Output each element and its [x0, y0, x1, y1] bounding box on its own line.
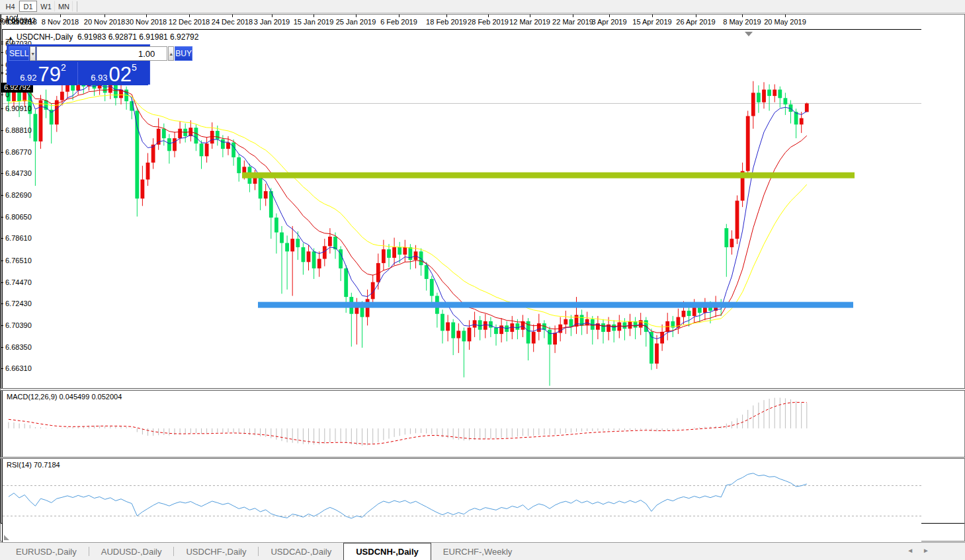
price-axis-label: 6.82690: [5, 191, 32, 199]
macd-label: MACD(12,26,9) 0.045499 0.052004: [7, 393, 122, 401]
date-axis-tick: [356, 15, 357, 17]
price-axis-tick: [1, 282, 3, 283]
price-axis-tick: [1, 260, 3, 261]
ma-line: [9, 95, 807, 327]
timeframe-button-d1[interactable]: D1: [19, 1, 37, 12]
date-axis-label: 22 Mar 2019: [552, 18, 593, 26]
price-axis-tick: [1, 217, 3, 218]
tab-scroll-left-icon[interactable]: ◄: [907, 547, 923, 554]
buy-price-prefix: 6.93: [91, 73, 107, 83]
price-axis-tick: [1, 303, 3, 304]
timeframe-button-mn[interactable]: MN: [55, 1, 73, 12]
price-axis-label: 6.70390: [5, 321, 32, 329]
price-axis-tick: [1, 152, 3, 153]
date-axis-label: 6 Feb 2019: [380, 18, 417, 26]
ma-line: [9, 85, 807, 339]
buy-price-pip-digit: 5: [132, 63, 137, 72]
date-axis-label: 12 Mar 2019: [509, 18, 550, 26]
timeframe-toolbar: H4D1W1MN: [0, 0, 965, 13]
date-axis-label: 28 Feb 2019: [468, 18, 509, 26]
horizontal-level-line: [258, 302, 853, 308]
date-axis-label: 15 Jan 2019: [294, 18, 334, 26]
price-axis-label: 6.74470: [5, 278, 32, 286]
rsi-line: [9, 473, 807, 518]
price-axis-tick: [1, 130, 3, 131]
date-axis-label: 25 Jan 2019: [336, 18, 376, 26]
date-axis-tick: [232, 15, 233, 17]
date-axis-label: 29 Oct 2018: [0, 18, 37, 26]
panel-resize-grip[interactable]: [4, 535, 9, 540]
date-axis-tick: [446, 15, 447, 17]
date-axis-label: 20 May 2019: [764, 18, 806, 26]
date-axis-label: 15 Apr 2019: [632, 18, 671, 26]
date-axis-tick: [105, 15, 105, 17]
volume-decrease-button[interactable]: ▼: [30, 46, 36, 61]
date-axis-label: 30 Nov 2018: [126, 18, 167, 26]
buy-button[interactable]: BUY: [175, 46, 192, 61]
price-axis-tick: [1, 65, 3, 65]
price-axis-tick: [1, 108, 3, 109]
date-axis-tick: [573, 15, 573, 17]
date-axis-tick: [399, 15, 399, 17]
date-axis-tick: [17, 15, 18, 17]
chart-shift-marker: [745, 32, 753, 36]
date-axis-label: 3 Jan 2019: [254, 18, 290, 26]
tab-audusd-daily[interactable]: AUDUSD-,Daily: [89, 543, 174, 560]
rsi-label: RSI(14) 70.7184: [7, 461, 60, 469]
price-axis-tick: [1, 368, 3, 369]
price-axis-label: 6.84730: [5, 169, 32, 177]
price-axis-tick: [1, 238, 3, 239]
chart-title: ▲USDCNH-,Daily 6.91983 6.92871 6.91981 6…: [8, 32, 198, 42]
date-axis-tick: [488, 15, 489, 17]
volume-input[interactable]: [36, 46, 167, 61]
tab-usdcnh-daily[interactable]: USDCNH-,Daily: [343, 543, 431, 560]
sell-button[interactable]: SELL: [9, 46, 29, 61]
tab-usdchf-daily[interactable]: USDCHF-,Daily: [174, 543, 258, 560]
date-axis-tick: [609, 15, 610, 17]
collapse-panel-icon[interactable]: ▲: [8, 35, 13, 41]
date-axis-label: 26 Apr 2019: [676, 18, 715, 26]
price-axis-label: 6.80650: [5, 213, 32, 221]
chart-ohlc-values: 6.91983 6.92871 6.91981 6.92792: [77, 32, 199, 42]
price-axis-label: 6.90910: [5, 104, 32, 112]
toolbar-separator: [77, 1, 77, 12]
date-axis-tick: [60, 15, 61, 17]
price-axis-label: 6.72430: [5, 300, 32, 307]
date-axis-tick: [314, 15, 314, 17]
tab-scroll-arrows[interactable]: ◄►: [907, 547, 939, 554]
main-chart-panel[interactable]: ▲USDCNH-,Daily 6.91983 6.92871 6.91981 6…: [2, 29, 921, 388]
date-axis-label: 20 Nov 2018: [84, 18, 125, 26]
date-axis-label: 12 Dec 2018: [169, 18, 210, 26]
volume-increase-button[interactable]: ▲: [168, 46, 174, 61]
chart-window: ▲USDCNH-,Daily 6.91983 6.92871 6.91981 6…: [0, 14, 965, 541]
rsi-canvas: [3, 459, 921, 541]
rsi-panel[interactable]: RSI(14) 70.7184: [2, 459, 921, 542]
date-axis-tick: [272, 15, 273, 17]
horizontal-level-line: [242, 173, 855, 179]
sell-price-button[interactable]: 6.92 79 2: [9, 62, 78, 85]
tab-usdcad-daily[interactable]: USDCAD-,Daily: [259, 543, 343, 560]
tab-scroll-right-icon[interactable]: ►: [923, 547, 939, 554]
chart-symbol-period: USDCNH-,Daily: [17, 32, 73, 42]
candles-layer: [7, 69, 809, 386]
one-click-trading-panel: SELL ▼ ▲ BUY 6.92 79 2 6.93 02 5: [7, 44, 150, 85]
timeframe-button-w1[interactable]: W1: [37, 1, 55, 12]
buy-price-button[interactable]: 6.93 02 5: [79, 62, 148, 85]
date-axis-tick: [146, 15, 147, 17]
price-axis-tick: [1, 347, 3, 348]
sell-price-big-digits: 79: [38, 65, 61, 85]
macd-histogram: [9, 398, 807, 446]
macd-panel[interactable]: MACD(12,26,9) 0.045499 0.052004: [2, 391, 921, 457]
date-axis-tick: [742, 15, 743, 17]
tab-eurusd-daily[interactable]: EURUSD-,Daily: [4, 543, 89, 560]
date-axis-tick: [530, 15, 530, 17]
tab-eurchf-weekly[interactable]: EURCHF-,Weekly: [431, 543, 524, 560]
macd-canvas: [3, 391, 921, 456]
date-axis-tick: [652, 15, 653, 17]
timeframe-button-h4[interactable]: H4: [1, 1, 19, 12]
date-axis-label: 8 May 2019: [723, 18, 761, 26]
chart-tab-bar: EURUSD-,DailyAUDUSD-,DailyUSDCHF-,DailyU…: [0, 542, 965, 560]
buy-price-big-digits: 02: [109, 65, 132, 85]
date-axis-tick: [696, 15, 696, 17]
macd-signal-line: [9, 403, 807, 444]
